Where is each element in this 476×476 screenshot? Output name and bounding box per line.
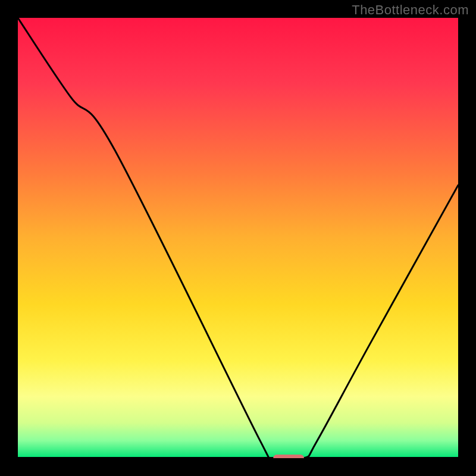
optimal-zone-marker (273, 455, 304, 458)
chart-background-gradient (18, 18, 458, 458)
watermark-text: TheBottleneck.com (352, 2, 469, 18)
bottleneck-chart (18, 18, 458, 458)
